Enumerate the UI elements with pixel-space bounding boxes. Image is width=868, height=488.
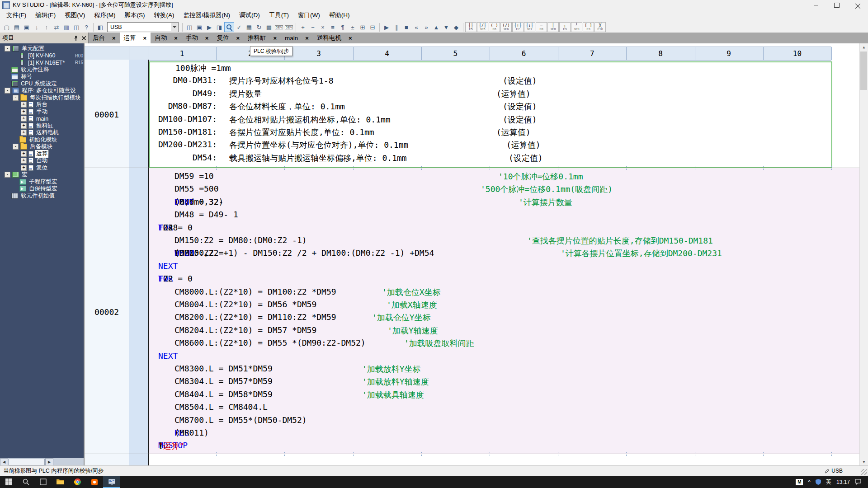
grid-show-icon[interactable]: ⊞ bbox=[358, 22, 368, 32]
tab-复位[interactable]: 复位× bbox=[212, 33, 244, 43]
delete-cell-icon[interactable]: × bbox=[318, 22, 328, 32]
panel-close-icon[interactable] bbox=[82, 36, 86, 40]
script-line[interactable]: CM8700.L = DM55*(DM50-DM52) bbox=[85, 415, 860, 428]
ladder-instruction-sF5[interactable]: ┤/├sF5 bbox=[477, 22, 488, 32]
collapse-icon[interactable]: - bbox=[13, 95, 19, 101]
scroll-right-icon[interactable]: ▶ bbox=[45, 458, 53, 466]
expand-icon[interactable]: + bbox=[21, 165, 27, 171]
expand-icon[interactable]: + bbox=[21, 158, 27, 164]
expand-icon[interactable]: + bbox=[21, 151, 27, 157]
comm-port-combobox[interactable]: USB bbox=[107, 22, 179, 32]
collapse-icon[interactable]: - bbox=[5, 88, 10, 94]
script-line[interactable]: NEXT bbox=[85, 351, 860, 364]
menu-item-6[interactable]: 监控器/模拟器(N) bbox=[179, 10, 235, 21]
tree-item-程序多仓位可随意设[interactable]: -程序: 多仓位可随意设 bbox=[0, 87, 84, 94]
minimize-button[interactable] bbox=[806, 0, 826, 10]
script-line[interactable]: CM8404.L = DM58*DM59'加载载具轴速度 bbox=[85, 389, 860, 402]
tree-item-自保持型宏[interactable]: 自保持型宏 bbox=[0, 185, 84, 192]
ladder-instruction-F5[interactable]: ┤├F5 bbox=[465, 22, 476, 32]
scrollbar-thumb[interactable] bbox=[860, 52, 867, 90]
menu-item-3[interactable]: 程序(M) bbox=[90, 10, 120, 21]
scrollbar-thumb[interactable] bbox=[9, 459, 45, 465]
script-line[interactable]: DM55 =500'500个脉冲=位移0.1mm(吸盘间距) bbox=[85, 184, 860, 197]
comment-line[interactable]: DM100-DM107:各仓位相对贴片搬运机构坐标,单位: 0.1mm(设定值) bbox=[85, 114, 860, 127]
tab-后台[interactable]: 后台× bbox=[89, 33, 120, 43]
pin-icon[interactable] bbox=[74, 36, 78, 41]
script-line[interactable]: RES(MR011) bbox=[85, 428, 860, 441]
script-line[interactable]: DM150:Z2 = DM80:(DM0:Z2 -1)'查找各摆片位置的贴片长度… bbox=[85, 235, 860, 248]
script-line[interactable]: CM8200.L:(Z2*10) = DM110:Z2 *DM59'加载仓位Y坐… bbox=[85, 312, 860, 325]
expand-icon[interactable]: + bbox=[21, 123, 27, 129]
tree-item-软元件注释[interactable]: 软元件注释 bbox=[0, 66, 84, 74]
device-monitor-icon[interactable]: DEV bbox=[274, 22, 284, 32]
tab-close-icon[interactable]: × bbox=[205, 35, 209, 42]
kv-studio-taskbar-icon[interactable] bbox=[103, 476, 120, 488]
print-preview-icon[interactable]: ◫ bbox=[71, 22, 81, 32]
file-explorer-icon[interactable] bbox=[52, 476, 69, 488]
scroll-up-icon[interactable]: ▲ bbox=[431, 22, 441, 32]
simulator-start-icon[interactable]: ▶ bbox=[204, 22, 214, 32]
tray-chevron-icon[interactable]: ^ bbox=[808, 479, 811, 485]
menu-item-5[interactable]: 转换(A) bbox=[150, 10, 179, 21]
operand-edit-icon[interactable]: ± bbox=[348, 22, 358, 32]
combo-dropdown-icon[interactable] bbox=[171, 23, 178, 31]
monitor-mode-icon[interactable]: ▣ bbox=[194, 22, 204, 32]
registration-monitor-icon[interactable]: ▦ bbox=[244, 22, 254, 32]
ladder-instruction-F3[interactable]: [ ]F3 bbox=[583, 22, 594, 32]
comment-line[interactable]: DM49:摆片数量(运算值) bbox=[85, 89, 860, 101]
ladder-instruction-F10[interactable]: ╳F10 bbox=[594, 22, 606, 32]
comment-line[interactable]: DM200-DM231:各摆片位置坐标(与对应仓位对齐),单位: 0.1mm(运… bbox=[85, 140, 860, 152]
ladder-instruction-sF8[interactable]: │sF8 bbox=[547, 22, 559, 32]
script-line[interactable]: DM200:Z2 = WSUM(DM150,Z2 +1) - DM150:Z2 … bbox=[85, 248, 860, 261]
tree-item-后备模块[interactable]: -后备模块 bbox=[0, 143, 84, 150]
script-line[interactable]: FOR Z2 = 0 TO 7 bbox=[85, 274, 860, 286]
script-line[interactable]: CM8204.L:(Z2*10) = DM57 *DM59'加载Y轴速度 bbox=[85, 325, 860, 338]
label-edit-icon[interactable]: ¶ bbox=[338, 22, 348, 32]
ladder-instruction-F7[interactable]: ┤↑├F7 bbox=[512, 22, 524, 32]
step-back-icon[interactable]: « bbox=[411, 22, 421, 32]
tab-close-icon[interactable]: × bbox=[273, 35, 277, 42]
scroll-left-icon[interactable]: ◀ bbox=[0, 458, 8, 466]
collapse-icon[interactable]: - bbox=[5, 172, 10, 178]
open-project-icon[interactable]: ▤ bbox=[12, 22, 22, 32]
expand-icon[interactable]: + bbox=[21, 130, 27, 136]
tab-close-icon[interactable]: × bbox=[112, 35, 116, 42]
ladder-editor[interactable]: 12345678910 0000100002100脉冲 =1mmDM0-DM31… bbox=[85, 43, 868, 466]
new-project-icon[interactable]: ▢ bbox=[2, 22, 12, 32]
menu-item-0[interactable]: 文件(F) bbox=[2, 10, 31, 21]
close-button[interactable] bbox=[847, 0, 868, 10]
tab-运算[interactable]: 运算× bbox=[120, 33, 151, 43]
tree-item-初始化模块[interactable]: 初始化模块 bbox=[0, 136, 84, 144]
pause-icon[interactable]: ∥ bbox=[392, 22, 401, 32]
ladder-instruction-sF9[interactable]: ┘sF9 bbox=[571, 22, 582, 32]
tab-close-icon[interactable]: × bbox=[349, 35, 352, 42]
ladder-instruction-sF7[interactable]: ┤↓├sF7 bbox=[524, 22, 535, 32]
script-line[interactable]: CM8004.L:(Z2*10) = DM56 *DM59'加载X轴速度 bbox=[85, 300, 860, 312]
scroll-down-icon[interactable]: ▼ bbox=[441, 22, 451, 32]
refresh-icon[interactable]: ↻ bbox=[254, 22, 264, 32]
show-desktop-button[interactable] bbox=[866, 476, 868, 488]
help-icon[interactable]: ? bbox=[81, 22, 91, 32]
tray-m-icon[interactable]: M bbox=[796, 479, 803, 485]
collapse-icon[interactable]: - bbox=[5, 46, 10, 52]
tab-close-icon[interactable]: × bbox=[174, 35, 178, 42]
ladder-instruction-F6[interactable]: ( )F6 bbox=[489, 22, 500, 32]
read-from-plc-icon[interactable]: ↓ bbox=[32, 22, 42, 32]
script-line[interactable]: DM48 = D49- 1 bbox=[85, 210, 860, 222]
menu-item-2[interactable]: 视图(V) bbox=[60, 10, 90, 21]
breakpoint-icon[interactable]: ◆ bbox=[451, 22, 461, 32]
expand-icon[interactable]: + bbox=[21, 102, 27, 108]
tab-close-icon[interactable]: × bbox=[305, 35, 309, 42]
expand-icon[interactable]: + bbox=[21, 109, 27, 115]
tab-自动[interactable]: 自动× bbox=[151, 33, 182, 43]
tree-item-0KV-N60[interactable]: [0] KV-N60R00 bbox=[0, 52, 84, 60]
insert-line-icon[interactable]: + bbox=[298, 22, 308, 32]
batch-monitor-icon[interactable]: ▩ bbox=[264, 22, 274, 32]
start-button[interactable] bbox=[0, 476, 17, 488]
tree-item-每次扫描执行型模块[interactable]: -每次扫描执行型模块 bbox=[0, 94, 84, 102]
delete-line-icon[interactable]: − bbox=[308, 22, 318, 32]
plc-transfer-monitor-icon[interactable]: ◨ bbox=[214, 22, 224, 32]
tree-item-宏[interactable]: -宏 bbox=[0, 171, 84, 178]
tree-item-自动[interactable]: +自动 bbox=[0, 157, 84, 164]
script-line[interactable]: NEXT bbox=[85, 261, 860, 274]
